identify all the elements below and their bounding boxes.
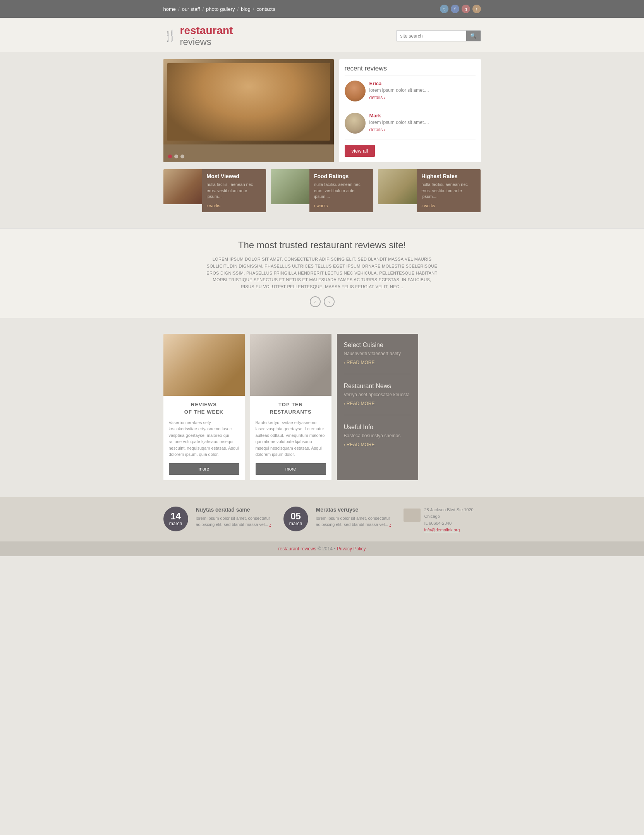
review-content-erica: Erica lorem ipsum dolor sit amet.... det… [369,81,429,101]
bottom-content: REVIEWS OF THE WEEK Vaserbo nerafaes sef… [163,334,481,480]
contact-address-2: Chicago [424,513,474,520]
contact-email[interactable]: info@demolink.org [424,527,460,532]
privacy-policy-link[interactable]: Privacy Policy [337,546,366,552]
nav-links: home / our staff / photo gallery / blog … [163,6,275,12]
card-image-highest-rates [378,169,417,204]
sidebar-text-cuisine: Nausnveriti vitaesaert asety [344,351,411,356]
article-more-button-top-ten[interactable]: more [256,463,326,475]
sidebar-title-useful: Useful Info [344,424,411,431]
footer-date-2: 05 march [283,507,308,531]
review-item-erica: Erica lorem ipsum dolor sit amet.... det… [345,81,476,107]
hero-image [163,59,334,144]
sidebar-text-news: Verrya aset aplicosafae keuesta [344,392,411,397]
footer-contact: 28 Jackson Blvd Ste 1020 Chicago IL 6060… [404,507,481,534]
card-link-highest-rates[interactable]: › works [421,203,435,208]
card-image-most-viewed [163,169,202,204]
search-input[interactable] [397,31,466,41]
logo-icon: 🍴 [163,29,177,42]
tagline-heading: The most trusted restaurant reviews site… [163,240,481,251]
nav-home[interactable]: home [163,6,176,12]
contact-address-1: 28 Jackson Blvd Ste 1020 [424,507,474,514]
date-month-1: march [169,521,182,526]
next-arrow[interactable]: › [324,296,335,307]
card-text-most-viewed: nulla facilisi. aenean nec eros. vestibu… [207,182,261,199]
date-day-2: 05 [290,512,301,521]
google-plus-icon[interactable]: g [462,5,470,13]
card-text-highest-rates: nulla facilisi. aenean nec eros. vestibu… [421,182,476,199]
footer-brand-link[interactable]: restaurant reviews [278,546,316,552]
review-text-mark: lorem ipsum dolor sit amet.... [369,120,429,125]
footer-post-2: Meratas veruyse lorem ipsum dolor sit am… [316,507,396,528]
card-title-food-ratings: Food Ratings [314,173,369,179]
date-day-1: 14 [170,512,181,521]
article-image-chef [163,334,245,396]
site-header: 🍴 restaurant reviews 🔍 [0,18,644,52]
contact-address-3: IL 60604-2340 [424,520,474,527]
date-circle-2: 05 march [283,507,308,531]
hero-image-inner [167,63,330,141]
article-body-reviews: REVIEWS OF THE WEEK Vaserbo nerafaes sef… [163,396,245,480]
card-link-most-viewed[interactable]: › works [207,203,220,208]
article-text-top-ten: Bautsrkertyu rsvitae erfyasnemo lasec va… [256,419,326,458]
details-link-mark[interactable]: details › [369,127,386,132]
sidebar-link-cuisine[interactable]: › READ MORE [344,360,375,365]
main-content: recent reviews Erica lorem ipsum dolor s… [0,52,644,229]
rss-icon[interactable]: r [472,5,481,13]
avatar-erica [345,81,366,101]
nav-photo-gallery[interactable]: photo gallery [206,6,235,12]
footer-post-title-2: Meratas veruyse [316,507,396,513]
card-image-food-ratings [271,169,309,204]
sidebar-link-news[interactable]: › READ MORE [344,401,375,406]
recent-reviews-panel: recent reviews Erica lorem ipsum dolor s… [339,59,481,162]
recent-reviews-title: recent reviews [345,65,476,76]
logo-reviews: reviews [180,37,233,47]
sidebar-title-cuisine: Select Cuisine [344,342,411,349]
footer-bottom: restaurant reviews © 2014 • Privacy Poli… [0,541,644,556]
article-more-button-reviews[interactable]: more [169,463,239,475]
hero-slider [163,59,334,162]
date-month-2: march [289,521,302,526]
site-logo: 🍴 restaurant reviews [163,25,233,47]
twitter-icon[interactable]: t [440,5,448,13]
search-button[interactable]: 🔍 [466,31,481,41]
slider-dot-3[interactable] [180,155,184,158]
slider-dot-2[interactable] [174,155,178,158]
sidebar-title-news: Restaurant News [344,383,411,390]
article-title-top-ten: TOP TEN RESTAURANTS [256,401,326,415]
sidebar-item-cuisine: Select Cuisine Nausnveriti vitaesaert as… [344,342,411,365]
facebook-icon[interactable]: f [451,5,459,13]
nav-our-staff[interactable]: our staff [182,6,200,12]
card-title-highest-rates: Highest Rates [421,173,476,179]
reviewer-name-erica: Erica [369,81,429,86]
search-box: 🔍 [396,30,481,41]
prev-arrow[interactable]: ‹ [310,296,321,307]
article-card-reviews: REVIEWS OF THE WEEK Vaserbo nerafaes sef… [163,334,245,480]
article-text-reviews: Vaserbo nerafaes sefy krscakertsvitae er… [169,419,239,458]
footer-post-link-2[interactable]: › [390,522,391,527]
nav-blog[interactable]: blog [241,6,251,12]
slider-dot-1[interactable] [168,155,172,158]
card-text-food-ratings: nulla facilisi. aenean nec eros. vestibu… [314,182,369,199]
footer-post-title-1: Nuytas ceratad same [196,507,276,513]
article-image-wine [250,334,331,396]
sidebar-divider-1 [344,374,411,374]
social-icons: t f g r [440,5,481,13]
date-circle-1: 14 march [163,507,188,531]
details-link-erica[interactable]: details › [369,95,386,100]
sidebar-cards: Select Cuisine Nausnveriti vitaesaert as… [337,334,418,480]
sidebar-link-useful[interactable]: › READ MORE [344,442,375,447]
hero-section: recent reviews Erica lorem ipsum dolor s… [163,59,481,162]
reviewer-name-mark: Mark [369,113,429,119]
review-item-mark: Mark lorem ipsum dolor sit amet.... deta… [345,113,476,139]
nav-contacts[interactable]: contacts [256,6,275,12]
sidebar-divider-2 [344,415,411,415]
footer-date-1: 14 march [163,507,188,531]
card-title-most-viewed: Most Viewed [207,173,261,179]
featured-card-highest-rates: Highest Rates nulla facilisi. aenean nec… [378,169,481,212]
nav-arrows: ‹ › [163,296,481,307]
envelope-icon [404,507,421,524]
card-content-highest-rates: Highest Rates nulla facilisi. aenean nec… [417,169,481,212]
card-link-food-ratings[interactable]: › works [314,203,328,208]
footer-post-link-1[interactable]: › [270,522,271,527]
view-all-button[interactable]: view all [345,145,375,157]
